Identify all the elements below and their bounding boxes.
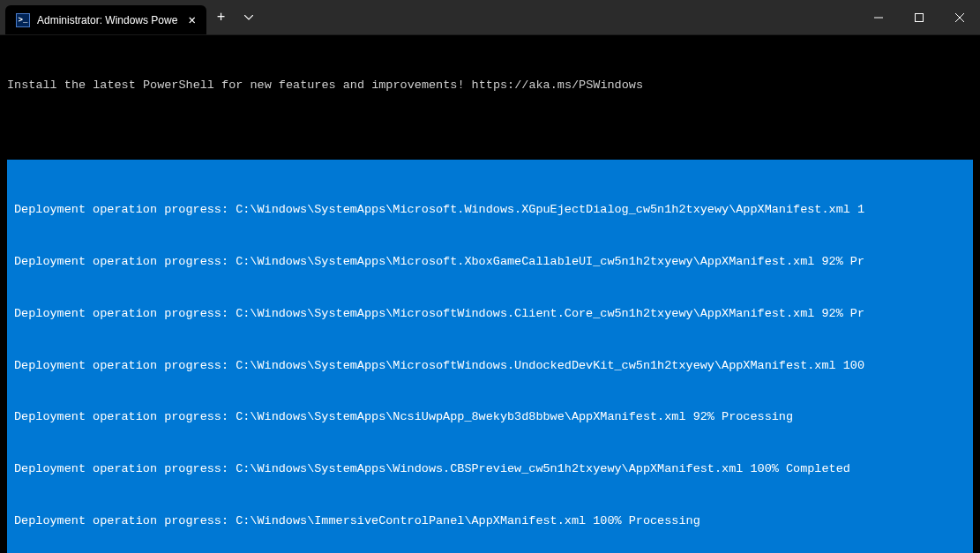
- install-message: Install the latest PowerShell for new fe…: [7, 78, 973, 94]
- minimize-button[interactable]: [858, 0, 899, 35]
- progress-line: Deployment operation progress: C:\Window…: [14, 201, 973, 219]
- svg-rect-1: [916, 13, 924, 21]
- progress-line: Deployment operation progress: C:\Window…: [14, 357, 973, 375]
- window-controls: [858, 0, 980, 34]
- tab-dropdown-icon[interactable]: [236, 0, 262, 34]
- progress-line: Deployment operation progress: C:\Window…: [14, 512, 973, 530]
- tab-close-icon[interactable]: ✕: [188, 12, 195, 27]
- progress-line: Deployment operation progress: C:\Window…: [14, 460, 973, 478]
- powershell-icon: >_: [16, 13, 30, 27]
- active-tab[interactable]: >_ Administrator: Windows Powe ✕: [5, 5, 206, 34]
- titlebar: >_ Administrator: Windows Powe ✕ +: [0, 0, 980, 35]
- terminal-output[interactable]: Install the latest PowerShell for new fe…: [0, 35, 980, 553]
- new-tab-button[interactable]: +: [206, 0, 236, 34]
- progress-line: Deployment operation progress: C:\Window…: [14, 305, 973, 323]
- close-button[interactable]: [939, 0, 980, 35]
- tab-title: Administrator: Windows Powe: [37, 14, 177, 26]
- selected-progress-block: Deployment operation progress: C:\Window…: [7, 160, 973, 553]
- maximize-button[interactable]: [899, 0, 939, 35]
- progress-line: Deployment operation progress: C:\Window…: [14, 253, 973, 271]
- progress-line: Deployment operation progress: C:\Window…: [14, 408, 973, 426]
